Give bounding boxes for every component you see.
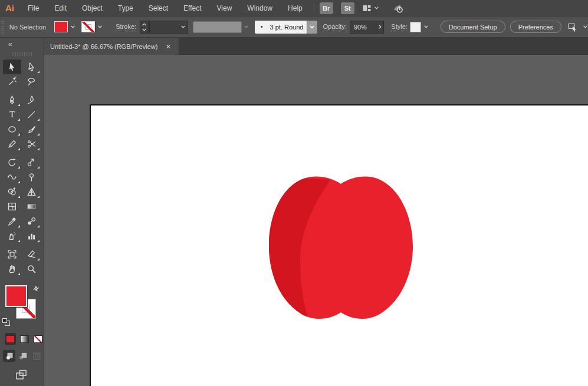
stroke-color-swatch[interactable] xyxy=(81,21,95,32)
rotate-tool[interactable] xyxy=(3,155,21,170)
type-tool[interactable]: T xyxy=(3,107,21,122)
menu-select[interactable]: Select xyxy=(141,0,176,17)
panel-grip[interactable] xyxy=(1,20,4,34)
gradient-swatch-button[interactable] xyxy=(19,333,30,345)
draw-normal-button[interactable] xyxy=(3,350,15,362)
color-mode-row xyxy=(5,333,44,345)
chevron-down-icon xyxy=(180,24,186,29)
stock-button[interactable]: St xyxy=(341,2,354,14)
drawing-modes-row xyxy=(3,350,44,362)
menu-object[interactable]: Object xyxy=(74,0,110,17)
curvature-tool[interactable] xyxy=(22,93,41,107)
zoom-tool[interactable] xyxy=(22,262,41,276)
mini-fill xyxy=(2,318,7,323)
opacity-field[interactable]: 90% xyxy=(350,21,376,34)
line-segment-tool[interactable] xyxy=(22,107,41,122)
hand-tool[interactable] xyxy=(3,262,21,276)
bridge-button[interactable]: Br xyxy=(320,2,333,14)
shaper-tool[interactable] xyxy=(3,137,21,151)
mesh-tool[interactable] xyxy=(3,199,21,214)
default-fill-stroke-icon[interactable] xyxy=(2,318,10,326)
gradient-tool[interactable] xyxy=(22,199,41,214)
brush-name: 3 pt. Round xyxy=(270,24,304,31)
pen-tool[interactable] xyxy=(3,93,21,107)
control-bar: No Selection Stroke: • xyxy=(0,17,588,38)
stroke-panel-link[interactable]: Stroke: xyxy=(116,23,136,31)
preferences-button[interactable]: Preferences xyxy=(510,21,561,33)
magic-wand-tool[interactable] xyxy=(3,74,21,89)
graphic-style-swatch[interactable] xyxy=(410,22,421,32)
workspace-switcher-icon[interactable] xyxy=(362,4,372,13)
lasso-tool[interactable] xyxy=(22,74,41,89)
chevron-down-icon[interactable] xyxy=(583,24,588,29)
perspective-grid-tool[interactable] xyxy=(22,184,41,199)
fill-indicator[interactable] xyxy=(5,285,27,307)
width-tool[interactable] xyxy=(3,170,21,184)
none-swatch-button[interactable] xyxy=(32,333,44,345)
color-swatch xyxy=(6,335,15,343)
shape-builder-tool[interactable] xyxy=(3,184,21,199)
apple-artwork[interactable] xyxy=(268,173,416,321)
brush-dropdown-button[interactable] xyxy=(307,21,317,34)
chevron-down-icon xyxy=(97,24,103,29)
chevron-down-icon xyxy=(142,27,147,32)
chevron-down-icon[interactable] xyxy=(374,5,379,11)
menu-help[interactable]: Help xyxy=(280,0,310,17)
scissors-tool[interactable] xyxy=(22,137,41,151)
symbol-sprayer-tool[interactable] xyxy=(3,229,21,243)
stroke-width-field[interactable] xyxy=(149,21,188,34)
tab-close-icon[interactable]: × xyxy=(166,42,170,51)
style-panel-link[interactable]: Style: xyxy=(391,23,408,31)
draw-inside-button xyxy=(30,350,42,362)
draw-behind-button[interactable] xyxy=(17,350,29,362)
paintbrush-tool[interactable] xyxy=(22,122,41,137)
slice-tool[interactable] xyxy=(22,247,41,262)
puppet-warp-tool[interactable] xyxy=(22,170,41,184)
menu-view[interactable]: View xyxy=(209,0,240,17)
fill-color-swatch[interactable] xyxy=(54,21,68,32)
gradient-swatch xyxy=(20,335,29,343)
screen-mode-button[interactable] xyxy=(15,369,28,381)
direct-selection-tool[interactable] xyxy=(22,60,41,74)
swap-fill-stroke-icon[interactable] xyxy=(31,283,44,296)
menu-type[interactable]: Type xyxy=(110,0,141,17)
opacity-dropdown-button[interactable] xyxy=(376,21,385,34)
style-dropdown-button[interactable] xyxy=(421,21,431,32)
eyedropper-tool[interactable] xyxy=(3,214,21,229)
document-tab-title: Untitled-3* @ 66.67% (RGB/Preview) xyxy=(50,43,157,50)
brush-preview-dot: • xyxy=(261,24,263,30)
collapse-panel-button[interactable]: « xyxy=(0,38,44,52)
touch-power-icon[interactable] xyxy=(392,2,404,14)
document-tab[interactable]: Untitled-3* @ 66.67% (RGB/Preview) × xyxy=(44,38,179,55)
document-setup-button[interactable]: Document Setup xyxy=(441,21,505,33)
opacity-panel-link[interactable]: Opacity: xyxy=(323,23,347,31)
menu-edit[interactable]: Edit xyxy=(47,0,74,17)
menu-window[interactable]: Window xyxy=(239,0,280,17)
canvas-pasteboard[interactable] xyxy=(44,55,588,386)
blend-tool[interactable] xyxy=(22,214,41,229)
menu-items: FileEditObjectTypeSelectEffectViewWindow… xyxy=(20,0,310,17)
artboard-tool[interactable] xyxy=(3,247,21,262)
illustrator-window: Ai FileEditObjectTypeSelectEffectViewWin… xyxy=(0,0,588,386)
select-similar-icon[interactable] xyxy=(567,22,578,32)
scale-tool[interactable] xyxy=(22,155,41,170)
chevron-down-icon xyxy=(244,24,249,29)
column-graph-tool[interactable] xyxy=(22,229,41,243)
selection-tool[interactable] xyxy=(3,60,21,74)
panel-drag-grip[interactable] xyxy=(12,52,32,56)
stroke-width-stepper[interactable] xyxy=(140,21,149,34)
variable-width-profile-dropdown xyxy=(193,21,242,33)
chevron-down-icon xyxy=(309,24,315,30)
fill-color-control xyxy=(54,21,78,32)
color-swatch-button[interactable] xyxy=(5,333,16,345)
chevron-down-icon xyxy=(423,24,429,29)
fill-color-dropdown[interactable] xyxy=(68,21,78,32)
menu-separator xyxy=(314,4,314,13)
none-slash xyxy=(82,22,94,32)
brush-definition-dropdown[interactable]: • 3 pt. Round xyxy=(255,21,307,34)
menu-effect[interactable]: Effect xyxy=(176,0,209,17)
menu-bar: Ai FileEditObjectTypeSelectEffectViewWin… xyxy=(0,0,588,17)
menu-file[interactable]: File xyxy=(20,0,47,17)
ellipse-tool[interactable] xyxy=(3,122,21,137)
stroke-color-dropdown[interactable] xyxy=(95,21,105,32)
